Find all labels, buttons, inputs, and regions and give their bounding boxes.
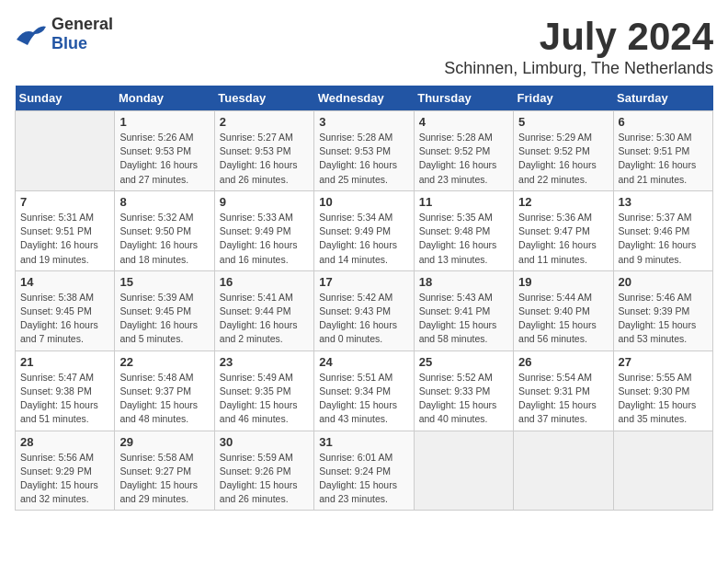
calendar-cell: 10Sunrise: 5:34 AM Sunset: 9:49 PM Dayli…	[314, 190, 414, 270]
calendar-subtitle: Schinnen, Limburg, The Netherlands	[444, 59, 713, 78]
day-detail: Sunrise: 5:33 AM Sunset: 9:49 PM Dayligh…	[220, 211, 309, 267]
day-detail: Sunrise: 5:46 AM Sunset: 9:39 PM Dayligh…	[619, 291, 708, 347]
calendar-cell: 4Sunrise: 5:28 AM Sunset: 9:52 PM Daylig…	[414, 111, 513, 191]
calendar-body: 1Sunrise: 5:26 AM Sunset: 9:53 PM Daylig…	[16, 111, 713, 511]
weekday-header-cell: Sunday	[16, 86, 115, 111]
day-number: 4	[419, 115, 508, 129]
day-detail: Sunrise: 5:52 AM Sunset: 9:33 PM Dayligh…	[419, 371, 508, 427]
weekday-header-cell: Thursday	[414, 86, 513, 111]
calendar-week-row: 28Sunrise: 5:56 AM Sunset: 9:29 PM Dayli…	[16, 431, 713, 511]
day-number: 16	[220, 275, 309, 289]
calendar-cell: 19Sunrise: 5:44 AM Sunset: 9:40 PM Dayli…	[514, 270, 613, 350]
calendar-cell: 1Sunrise: 5:26 AM Sunset: 9:53 PM Daylig…	[115, 111, 214, 191]
calendar-cell: 21Sunrise: 5:47 AM Sunset: 9:38 PM Dayli…	[16, 350, 115, 431]
day-number: 10	[319, 195, 408, 209]
calendar-cell: 23Sunrise: 5:49 AM Sunset: 9:35 PM Dayli…	[214, 350, 313, 431]
calendar-cell	[16, 111, 115, 191]
day-number: 17	[319, 275, 408, 289]
day-detail: Sunrise: 5:26 AM Sunset: 9:53 PM Dayligh…	[119, 131, 209, 187]
day-detail: Sunrise: 5:27 AM Sunset: 9:53 PM Dayligh…	[220, 131, 309, 187]
logo-blue-text: Blue	[51, 34, 87, 52]
day-detail: Sunrise: 5:44 AM Sunset: 9:40 PM Dayligh…	[518, 291, 608, 347]
day-number: 18	[419, 275, 508, 289]
weekday-header-cell: Tuesday	[214, 86, 313, 111]
calendar-cell	[414, 431, 513, 511]
day-number: 6	[619, 115, 708, 129]
calendar-table: SundayMondayTuesdayWednesdayThursdayFrid…	[15, 86, 713, 511]
calendar-cell: 7Sunrise: 5:31 AM Sunset: 9:51 PM Daylig…	[16, 190, 115, 270]
day-number: 20	[619, 275, 708, 289]
logo-general-text: General	[51, 15, 113, 33]
calendar-week-row: 14Sunrise: 5:38 AM Sunset: 9:45 PM Dayli…	[16, 270, 713, 350]
day-number: 13	[619, 195, 708, 209]
calendar-cell: 15Sunrise: 5:39 AM Sunset: 9:45 PM Dayli…	[115, 270, 214, 350]
calendar-cell: 28Sunrise: 5:56 AM Sunset: 9:29 PM Dayli…	[16, 431, 115, 511]
calendar-cell: 9Sunrise: 5:33 AM Sunset: 9:49 PM Daylig…	[214, 190, 313, 270]
header: General Blue July 2024 Schinnen, Limburg…	[15, 15, 713, 78]
calendar-cell	[613, 431, 712, 511]
calendar-cell: 14Sunrise: 5:38 AM Sunset: 9:45 PM Dayli…	[16, 270, 115, 350]
day-detail: Sunrise: 5:49 AM Sunset: 9:35 PM Dayligh…	[220, 371, 309, 427]
day-detail: Sunrise: 5:56 AM Sunset: 9:29 PM Dayligh…	[20, 451, 109, 507]
calendar-cell: 13Sunrise: 5:37 AM Sunset: 9:46 PM Dayli…	[613, 190, 712, 270]
calendar-week-row: 21Sunrise: 5:47 AM Sunset: 9:38 PM Dayli…	[16, 350, 713, 431]
calendar-cell: 8Sunrise: 5:32 AM Sunset: 9:50 PM Daylig…	[115, 190, 214, 270]
day-number: 1	[119, 115, 209, 129]
calendar-cell: 29Sunrise: 5:58 AM Sunset: 9:27 PM Dayli…	[115, 431, 214, 511]
calendar-cell: 18Sunrise: 5:43 AM Sunset: 9:41 PM Dayli…	[414, 270, 513, 350]
day-detail: Sunrise: 5:38 AM Sunset: 9:45 PM Dayligh…	[20, 291, 109, 347]
day-detail: Sunrise: 5:58 AM Sunset: 9:27 PM Dayligh…	[119, 451, 209, 507]
day-detail: Sunrise: 5:32 AM Sunset: 9:50 PM Dayligh…	[119, 211, 209, 267]
weekday-header-cell: Wednesday	[314, 86, 414, 111]
calendar-cell: 25Sunrise: 5:52 AM Sunset: 9:33 PM Dayli…	[414, 350, 513, 431]
day-number: 26	[518, 355, 608, 369]
day-detail: Sunrise: 5:41 AM Sunset: 9:44 PM Dayligh…	[220, 291, 309, 347]
day-detail: Sunrise: 5:54 AM Sunset: 9:31 PM Dayligh…	[518, 371, 608, 427]
day-detail: Sunrise: 5:48 AM Sunset: 9:37 PM Dayligh…	[119, 371, 209, 427]
calendar-cell: 26Sunrise: 5:54 AM Sunset: 9:31 PM Dayli…	[514, 350, 613, 431]
calendar-cell	[514, 431, 613, 511]
logo-bird-icon	[15, 21, 48, 47]
weekday-header-cell: Friday	[514, 86, 613, 111]
calendar-cell: 20Sunrise: 5:46 AM Sunset: 9:39 PM Dayli…	[613, 270, 712, 350]
weekday-header-row: SundayMondayTuesdayWednesdayThursdayFrid…	[16, 86, 713, 111]
calendar-cell: 12Sunrise: 5:36 AM Sunset: 9:47 PM Dayli…	[514, 190, 613, 270]
title-area: July 2024 Schinnen, Limburg, The Netherl…	[444, 15, 713, 78]
day-number: 3	[319, 115, 408, 129]
day-detail: Sunrise: 5:43 AM Sunset: 9:41 PM Dayligh…	[419, 291, 508, 347]
day-detail: Sunrise: 5:37 AM Sunset: 9:46 PM Dayligh…	[619, 211, 708, 267]
calendar-week-row: 1Sunrise: 5:26 AM Sunset: 9:53 PM Daylig…	[16, 111, 713, 191]
day-number: 23	[220, 355, 309, 369]
day-number: 5	[518, 115, 608, 129]
calendar-cell: 3Sunrise: 5:28 AM Sunset: 9:53 PM Daylig…	[314, 111, 414, 191]
day-number: 7	[20, 195, 109, 209]
day-detail: Sunrise: 5:59 AM Sunset: 9:26 PM Dayligh…	[220, 451, 309, 507]
day-number: 29	[119, 435, 209, 449]
logo: General Blue	[15, 15, 113, 53]
day-number: 12	[518, 195, 608, 209]
day-number: 15	[119, 275, 209, 289]
calendar-cell: 27Sunrise: 5:55 AM Sunset: 9:30 PM Dayli…	[613, 350, 712, 431]
day-detail: Sunrise: 5:51 AM Sunset: 9:34 PM Dayligh…	[319, 371, 408, 427]
calendar-cell: 5Sunrise: 5:29 AM Sunset: 9:52 PM Daylig…	[514, 111, 613, 191]
calendar-cell: 16Sunrise: 5:41 AM Sunset: 9:44 PM Dayli…	[214, 270, 313, 350]
day-detail: Sunrise: 5:34 AM Sunset: 9:49 PM Dayligh…	[319, 211, 408, 267]
day-number: 2	[220, 115, 309, 129]
calendar-cell: 2Sunrise: 5:27 AM Sunset: 9:53 PM Daylig…	[214, 111, 313, 191]
day-detail: Sunrise: 5:39 AM Sunset: 9:45 PM Dayligh…	[119, 291, 209, 347]
calendar-cell: 11Sunrise: 5:35 AM Sunset: 9:48 PM Dayli…	[414, 190, 513, 270]
calendar-cell: 22Sunrise: 5:48 AM Sunset: 9:37 PM Dayli…	[115, 350, 214, 431]
day-detail: Sunrise: 5:47 AM Sunset: 9:38 PM Dayligh…	[20, 371, 109, 427]
day-number: 19	[518, 275, 608, 289]
day-number: 14	[20, 275, 109, 289]
calendar-week-row: 7Sunrise: 5:31 AM Sunset: 9:51 PM Daylig…	[16, 190, 713, 270]
day-detail: Sunrise: 5:42 AM Sunset: 9:43 PM Dayligh…	[319, 291, 408, 347]
day-number: 31	[319, 435, 408, 449]
day-detail: Sunrise: 5:30 AM Sunset: 9:51 PM Dayligh…	[619, 131, 708, 187]
day-detail: Sunrise: 5:28 AM Sunset: 9:53 PM Dayligh…	[319, 131, 408, 187]
calendar-cell: 30Sunrise: 5:59 AM Sunset: 9:26 PM Dayli…	[214, 431, 313, 511]
calendar-cell: 17Sunrise: 5:42 AM Sunset: 9:43 PM Dayli…	[314, 270, 414, 350]
day-detail: Sunrise: 5:29 AM Sunset: 9:52 PM Dayligh…	[518, 131, 608, 187]
day-detail: Sunrise: 5:28 AM Sunset: 9:52 PM Dayligh…	[419, 131, 508, 187]
weekday-header-cell: Saturday	[613, 86, 712, 111]
